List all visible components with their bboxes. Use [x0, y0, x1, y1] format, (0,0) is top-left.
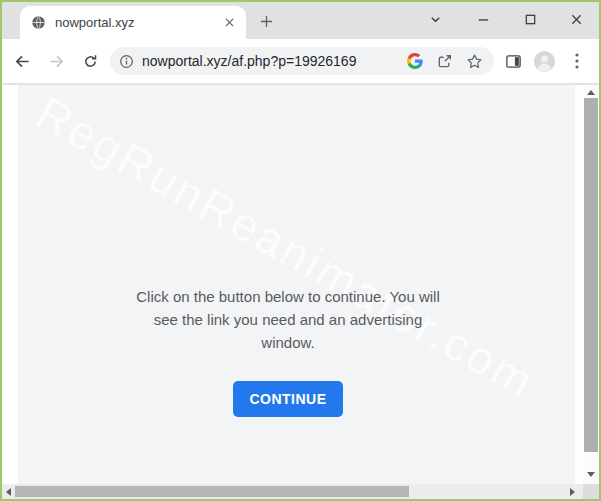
- share-button[interactable]: [436, 53, 453, 70]
- scroll-up-arrow-icon[interactable]: [587, 90, 595, 95]
- page-viewport: RegRunReanimator.com Click on the button…: [2, 85, 599, 484]
- side-panel-button[interactable]: [499, 47, 527, 75]
- address-bar[interactable]: nowportal.xyz/af.php?p=19926169: [110, 47, 494, 75]
- scroll-right-arrow-icon[interactable]: [570, 488, 575, 496]
- three-dot-menu-icon: [575, 53, 579, 69]
- page-background: RegRunReanimator.com Click on the button…: [18, 85, 575, 484]
- bookmark-star-button[interactable]: [466, 53, 483, 70]
- horizontal-scrollbar-thumb[interactable]: [15, 486, 409, 497]
- instruction-line: see the link you need and an advertising: [58, 308, 518, 331]
- browser-tab[interactable]: nowportal.xyz: [20, 6, 246, 39]
- tab-title: nowportal.xyz: [55, 15, 220, 30]
- arrow-left-icon: [13, 52, 32, 71]
- scroll-down-arrow-icon[interactable]: [587, 472, 595, 477]
- instruction-text: Click on the button below to continue. Y…: [58, 285, 518, 354]
- globe-favicon-icon: [31, 15, 46, 30]
- scrollbar-corner: [583, 484, 599, 499]
- side-panel-icon: [505, 53, 522, 70]
- toolbar: nowportal.xyz/af.php?p=19926169: [2, 39, 599, 84]
- window-minimize-button[interactable]: [471, 7, 495, 31]
- close-icon: [225, 18, 234, 27]
- share-icon: [436, 53, 453, 70]
- tab-bar: nowportal.xyz: [2, 2, 599, 39]
- google-g-button[interactable]: [407, 53, 423, 69]
- tab-close-button[interactable]: [220, 14, 238, 32]
- reload-icon: [82, 53, 99, 70]
- site-info-button[interactable]: [119, 54, 134, 69]
- scroll-left-arrow-icon[interactable]: [6, 488, 11, 496]
- instruction-line: window.: [58, 331, 518, 354]
- minimize-icon: [477, 13, 490, 26]
- window-close-button[interactable]: [564, 7, 588, 31]
- maximize-icon: [524, 13, 537, 26]
- plus-icon: [260, 15, 273, 28]
- star-icon: [466, 53, 483, 70]
- profile-avatar-button[interactable]: [531, 47, 557, 75]
- new-tab-button[interactable]: [254, 9, 278, 33]
- watermark-text: RegRunReanimator.com: [27, 85, 544, 410]
- close-icon: [570, 13, 583, 26]
- arrow-right-icon: [47, 52, 66, 71]
- info-icon: [119, 54, 134, 69]
- google-g-icon: [407, 53, 423, 69]
- continue-button[interactable]: CONTINUE: [233, 381, 343, 417]
- reload-button[interactable]: [76, 47, 104, 75]
- forward-button[interactable]: [42, 47, 70, 75]
- vertical-scrollbar[interactable]: [583, 85, 599, 484]
- avatar-icon: [533, 50, 556, 73]
- vertical-scrollbar-thumb[interactable]: [584, 98, 598, 452]
- window-maximize-button[interactable]: [518, 7, 542, 31]
- window-chevron-button[interactable]: [423, 7, 447, 31]
- back-button[interactable]: [8, 47, 36, 75]
- horizontal-scrollbar[interactable]: [2, 484, 583, 499]
- instruction-line: Click on the button below to continue. Y…: [58, 285, 518, 308]
- browser-window: nowportal.xyz: [0, 0, 601, 501]
- menu-button[interactable]: [563, 47, 591, 75]
- url-text: nowportal.xyz/af.php?p=19926169: [142, 53, 366, 69]
- chevron-down-icon: [429, 13, 442, 26]
